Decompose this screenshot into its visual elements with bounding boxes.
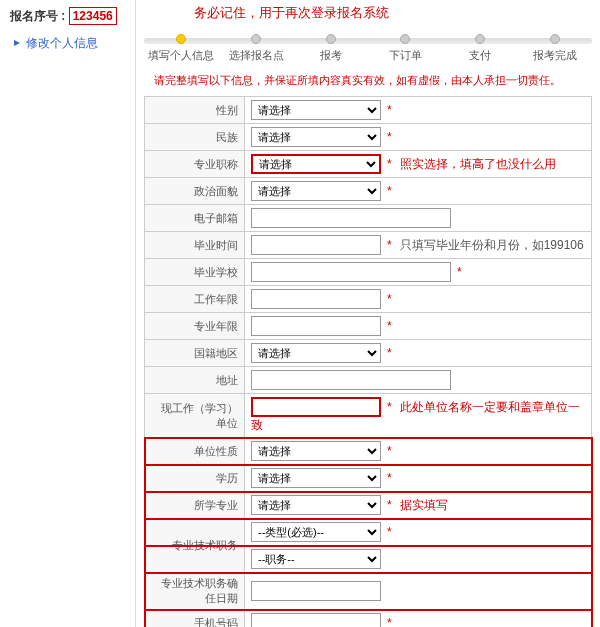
step-4: 下订单 [368, 34, 443, 63]
label-techdate: 专业技术职务确任日期 [145, 573, 245, 610]
education-select[interactable]: 请选择 [251, 468, 381, 488]
label-address: 地址 [145, 367, 245, 394]
mobile-input[interactable] [251, 613, 381, 627]
step-6: 报考完成 [517, 34, 592, 63]
label-title: 专业职称 [145, 151, 245, 178]
workyears-input[interactable] [251, 289, 381, 309]
reg-num-value: 123456 [69, 7, 117, 25]
label-mobile: 手机号码 [145, 610, 245, 628]
label-workyears: 工作年限 [145, 286, 245, 313]
sidebar: 报名序号 : 123456 修改个人信息 [0, 0, 135, 627]
label-workunit: 现工作（学习）单位 [145, 394, 245, 438]
step-bar: 填写个人信息 选择报名点 报考 下订单 支付 报考完成 [144, 28, 592, 69]
label-unittype: 单位性质 [145, 438, 245, 465]
political-select[interactable]: 请选择 [251, 181, 381, 201]
label-political: 政治面貌 [145, 178, 245, 205]
ethnic-select[interactable]: 请选择 [251, 127, 381, 147]
step-3: 报考 [293, 34, 368, 63]
gender-select[interactable]: 请选择 [251, 100, 381, 120]
step-1: 填写个人信息 [144, 34, 219, 63]
edit-info-link[interactable]: 修改个人信息 [26, 36, 98, 50]
label-gender: 性别 [145, 97, 245, 124]
form-table: 性别 请选择* 民族 请选择* 专业职称 请选择*照实选择，填高了也没什么用 政… [144, 96, 592, 627]
title-select[interactable]: 请选择 [251, 154, 381, 174]
main-content: 务必记住，用于再次登录报名系统 填写个人信息 选择报名点 报考 下订单 支付 报… [135, 0, 600, 627]
registration-number: 报名序号 : 123456 [10, 8, 125, 25]
gradschool-input[interactable] [251, 262, 451, 282]
top-reminder: 务必记住，用于再次登录报名系统 [144, 0, 592, 28]
address-input[interactable] [251, 370, 451, 390]
email-input[interactable] [251, 208, 451, 228]
sidebar-item-edit[interactable]: 修改个人信息 [10, 35, 125, 52]
techjob-select[interactable]: --职务-- [251, 549, 381, 569]
note-title: 照实选择，填高了也没什么用 [400, 157, 556, 171]
label-techposition: 专业技术职务 [145, 519, 245, 573]
note-gradtime: 只填写毕业年份和月份，如199106 [400, 238, 584, 252]
gradtime-input[interactable] [251, 235, 381, 255]
label-nationality: 国籍地区 [145, 340, 245, 367]
unittype-select[interactable]: 请选择 [251, 441, 381, 461]
techdate-input[interactable] [251, 581, 381, 601]
label-email: 电子邮箱 [145, 205, 245, 232]
step-5: 支付 [443, 34, 518, 63]
workunit-input[interactable] [251, 397, 381, 417]
label-gradschool: 毕业学校 [145, 259, 245, 286]
warning-text: 请完整填写以下信息，并保证所填内容真实有效，如有虚假，由本人承担一切责任。 [144, 69, 592, 96]
note-fill: 据实填写 [400, 498, 448, 512]
techtype-select[interactable]: --类型(必选)-- [251, 522, 381, 542]
proyears-input[interactable] [251, 316, 381, 336]
reg-num-label: 报名序号 : [10, 9, 65, 23]
label-gradtime: 毕业时间 [145, 232, 245, 259]
nationality-select[interactable]: 请选择 [251, 343, 381, 363]
label-major: 所学专业 [145, 492, 245, 519]
step-2: 选择报名点 [219, 34, 294, 63]
label-ethnic: 民族 [145, 124, 245, 151]
label-proyears: 专业年限 [145, 313, 245, 340]
label-education: 学历 [145, 465, 245, 492]
major-select[interactable]: 请选择 [251, 495, 381, 515]
